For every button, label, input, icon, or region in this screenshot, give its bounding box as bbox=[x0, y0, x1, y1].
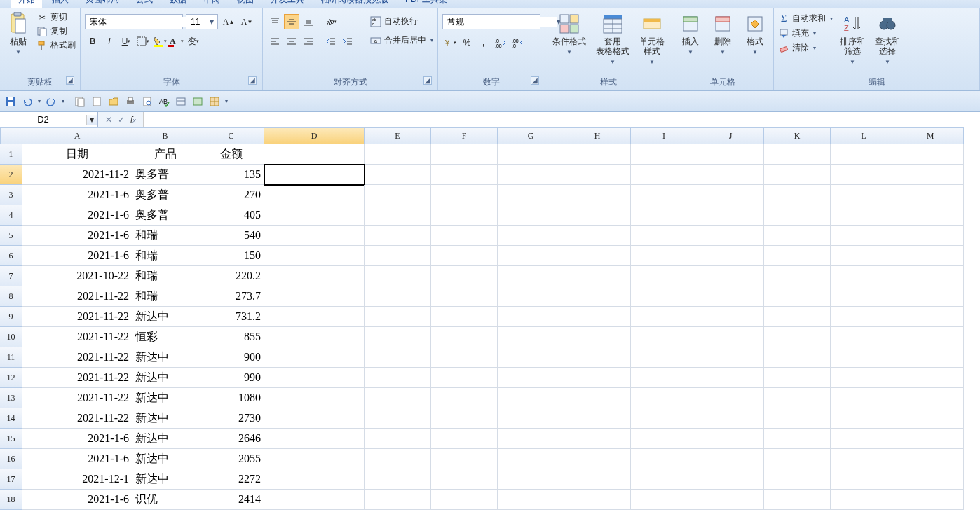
cell[interactable] bbox=[431, 307, 498, 327]
cell[interactable] bbox=[831, 205, 897, 226]
cell[interactable] bbox=[697, 368, 764, 388]
row-header[interactable]: 14 bbox=[0, 408, 22, 429]
cell[interactable] bbox=[498, 388, 564, 408]
cell[interactable] bbox=[631, 490, 697, 510]
row-header[interactable]: 8 bbox=[0, 286, 22, 307]
cell[interactable]: 2021-11-22 bbox=[22, 286, 132, 307]
cell[interactable] bbox=[831, 388, 897, 408]
row-header[interactable]: 12 bbox=[0, 368, 22, 388]
align-left-button[interactable] bbox=[267, 34, 283, 49]
cell[interactable] bbox=[831, 327, 897, 347]
font-size-combo[interactable]: ▾ bbox=[186, 14, 218, 29]
autosum-button[interactable]: Σ自动求和▾ bbox=[778, 13, 833, 25]
cell[interactable] bbox=[264, 144, 365, 165]
dialog-launcher-icon[interactable]: ◢ bbox=[248, 76, 257, 85]
cell[interactable] bbox=[365, 490, 431, 510]
cell[interactable] bbox=[697, 144, 764, 165]
cell[interactable] bbox=[564, 469, 631, 490]
cell[interactable] bbox=[431, 286, 498, 307]
cell[interactable]: 2021-1-6 bbox=[22, 490, 132, 510]
cell[interactable] bbox=[264, 347, 365, 368]
cell[interactable] bbox=[498, 226, 564, 246]
cell[interactable] bbox=[697, 388, 764, 408]
cell[interactable] bbox=[564, 286, 631, 307]
cell[interactable]: 新达中 bbox=[132, 408, 198, 429]
cell[interactable] bbox=[564, 368, 631, 388]
cell[interactable] bbox=[897, 408, 964, 429]
insert-cells-button[interactable]: 插入▼ bbox=[676, 11, 705, 59]
cell[interactable] bbox=[365, 327, 431, 347]
cell[interactable]: 273.7 bbox=[198, 286, 264, 307]
cell[interactable] bbox=[498, 205, 564, 226]
italic-button[interactable]: I bbox=[102, 34, 117, 49]
cell[interactable]: 2021-11-22 bbox=[22, 327, 132, 347]
cell[interactable]: 2021-1-6 bbox=[22, 429, 132, 449]
tab-3[interactable]: 公式 bbox=[129, 0, 160, 8]
tab-2[interactable]: 页面布局 bbox=[79, 0, 126, 8]
fx-icon[interactable]: fx bbox=[130, 115, 136, 125]
cell[interactable] bbox=[264, 327, 365, 347]
conditional-format-button[interactable]: 条件格式▼ bbox=[550, 11, 589, 59]
cell[interactable] bbox=[264, 226, 365, 246]
cell[interactable] bbox=[897, 469, 964, 490]
cell[interactable] bbox=[831, 286, 897, 307]
cell[interactable]: 产品 bbox=[132, 144, 198, 165]
column-header[interactable]: H bbox=[564, 127, 631, 144]
cell[interactable] bbox=[631, 286, 697, 307]
column-header[interactable]: I bbox=[631, 127, 697, 144]
merge-center-button[interactable]: a合并后居中▾ bbox=[370, 34, 433, 46]
cell[interactable] bbox=[431, 205, 498, 226]
chevron-down-icon[interactable]: ▾ bbox=[206, 17, 217, 27]
cell[interactable] bbox=[498, 185, 564, 205]
save-icon[interactable] bbox=[4, 95, 17, 108]
cell[interactable] bbox=[431, 226, 498, 246]
cell[interactable] bbox=[764, 205, 831, 226]
cell[interactable]: 855 bbox=[198, 327, 264, 347]
preview-icon[interactable] bbox=[141, 95, 154, 108]
cell[interactable] bbox=[764, 408, 831, 429]
cell[interactable] bbox=[431, 144, 498, 165]
cell[interactable] bbox=[764, 429, 831, 449]
cell[interactable]: 金额 bbox=[198, 144, 264, 165]
cell[interactable] bbox=[264, 408, 365, 429]
cell[interactable] bbox=[697, 286, 764, 307]
cell[interactable] bbox=[498, 368, 564, 388]
cell[interactable] bbox=[431, 429, 498, 449]
cell[interactable] bbox=[264, 286, 365, 307]
cell[interactable] bbox=[764, 347, 831, 368]
open-icon[interactable] bbox=[107, 95, 120, 108]
cell[interactable] bbox=[897, 307, 964, 327]
cell[interactable] bbox=[764, 226, 831, 246]
column-header[interactable]: C bbox=[198, 127, 264, 144]
cell[interactable] bbox=[564, 408, 631, 429]
number-format-combo[interactable]: ▾ bbox=[442, 14, 540, 29]
orientation-button[interactable]: ab▾ bbox=[323, 14, 339, 29]
cell[interactable] bbox=[897, 347, 964, 368]
comma-button[interactable]: , bbox=[476, 35, 491, 50]
increase-indent-button[interactable] bbox=[340, 34, 355, 49]
cell[interactable] bbox=[697, 307, 764, 327]
cell[interactable] bbox=[365, 307, 431, 327]
column-header[interactable]: M bbox=[897, 127, 964, 144]
cell[interactable] bbox=[498, 469, 564, 490]
cell[interactable] bbox=[431, 266, 498, 286]
cell[interactable]: 2021-1-6 bbox=[22, 449, 132, 469]
row-header[interactable]: 2 bbox=[0, 165, 22, 185]
cell[interactable] bbox=[897, 226, 964, 246]
cell[interactable] bbox=[764, 144, 831, 165]
cell[interactable] bbox=[897, 327, 964, 347]
row-header[interactable]: 13 bbox=[0, 388, 22, 408]
percent-button[interactable]: % bbox=[459, 35, 475, 50]
phonetic-button[interactable]: 变▾ bbox=[186, 34, 201, 49]
cell[interactable]: 和瑞 bbox=[132, 286, 198, 307]
cell[interactable] bbox=[631, 469, 697, 490]
cell[interactable] bbox=[764, 449, 831, 469]
dialog-launcher-icon[interactable]: ◢ bbox=[423, 76, 432, 85]
cell[interactable]: 540 bbox=[198, 226, 264, 246]
cell[interactable] bbox=[631, 388, 697, 408]
cell[interactable] bbox=[897, 144, 964, 165]
column-header[interactable]: J bbox=[697, 127, 764, 144]
cell[interactable] bbox=[831, 429, 897, 449]
cell[interactable]: 405 bbox=[198, 205, 264, 226]
cell[interactable]: 2021-1-6 bbox=[22, 246, 132, 266]
